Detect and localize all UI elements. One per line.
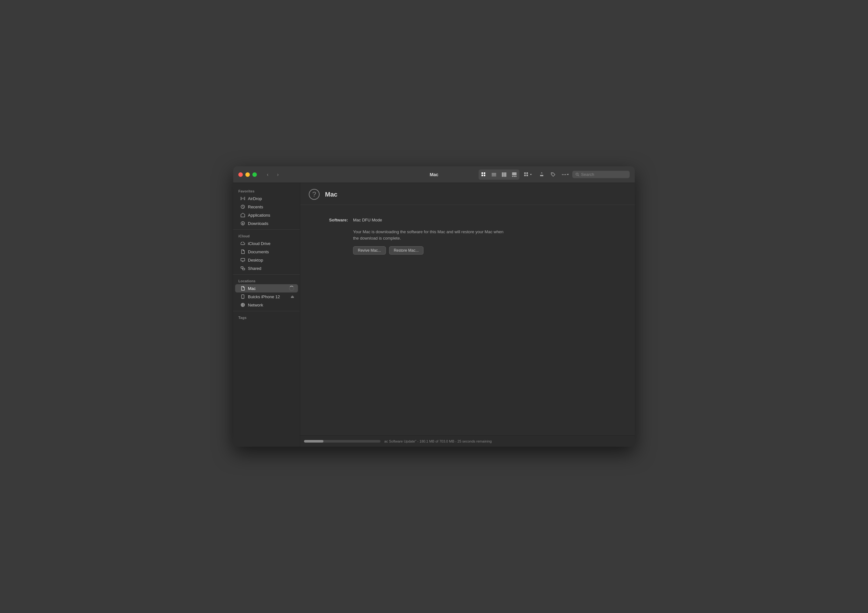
progress-container xyxy=(304,440,380,443)
view-columns-button[interactable] xyxy=(499,169,509,180)
svg-rect-12 xyxy=(514,176,515,177)
restore-button[interactable]: Restore Mac... xyxy=(389,246,423,255)
tag-button[interactable] xyxy=(548,169,558,180)
sidebar-item-icloud-drive[interactable]: iCloud Drive xyxy=(235,239,298,248)
eject-icon[interactable]: ⏏ xyxy=(291,294,294,299)
svg-rect-28 xyxy=(242,268,245,270)
mac-label: Mac xyxy=(248,286,256,291)
iphone-icon xyxy=(240,294,245,299)
svg-rect-17 xyxy=(526,175,528,176)
network-icon xyxy=(240,302,245,308)
svg-rect-7 xyxy=(502,172,503,177)
content-title: Mac xyxy=(325,191,338,198)
svg-rect-3 xyxy=(484,175,485,176)
iphone-label: Buicks iPhone 12 xyxy=(248,294,280,299)
bottom-bar: ac Software Update" - 180.1 MB of 703.0 … xyxy=(300,435,635,447)
view-icon-button[interactable] xyxy=(479,169,489,180)
finder-window: ‹ › Mac xyxy=(233,166,635,447)
svg-rect-16 xyxy=(524,175,526,176)
progress-bar xyxy=(304,440,324,443)
svg-point-21 xyxy=(565,174,566,175)
shared-label: Shared xyxy=(248,266,261,271)
view-list-button[interactable] xyxy=(489,169,499,180)
revive-button[interactable]: Revive Mac... xyxy=(353,246,386,255)
content-header: ? Mac xyxy=(300,183,635,205)
divider-3 xyxy=(233,311,300,311)
sidebar-item-iphone[interactable]: Buicks iPhone 12 ⏏ xyxy=(235,293,298,301)
svg-rect-15 xyxy=(526,172,528,174)
svg-rect-8 xyxy=(504,172,505,177)
window-title: Mac xyxy=(429,172,438,177)
sidebar-item-desktop[interactable]: Desktop xyxy=(235,256,298,264)
svg-point-22 xyxy=(576,173,578,175)
svg-point-20 xyxy=(564,174,565,175)
downloads-label: Downloads xyxy=(248,221,268,226)
main-content: Favorites AirDrop xyxy=(233,183,635,447)
sidebar-item-recents[interactable]: Recents xyxy=(235,203,298,211)
titlebar: ‹ › Mac xyxy=(233,166,635,183)
software-label: Software: xyxy=(319,218,348,222)
nav-buttons: ‹ › xyxy=(263,170,282,179)
icloud-drive-label: iCloud Drive xyxy=(248,241,271,246)
groupby-button[interactable] xyxy=(522,169,534,180)
svg-point-19 xyxy=(562,174,563,175)
icloud-drive-icon xyxy=(240,241,245,246)
content-area: ? Mac Software: Mac DFU Mode Software: Y… xyxy=(300,183,635,447)
svg-rect-6 xyxy=(492,176,496,176)
share-button[interactable] xyxy=(536,169,547,180)
svg-rect-5 xyxy=(492,174,496,175)
svg-rect-4 xyxy=(492,173,496,173)
close-button[interactable] xyxy=(238,172,243,177)
sidebar-item-network[interactable]: Network xyxy=(235,301,298,309)
search-input[interactable] xyxy=(581,172,626,177)
favorites-label: Favorites xyxy=(233,187,300,194)
svg-rect-2 xyxy=(482,175,483,176)
view-toggle-group xyxy=(479,169,519,180)
applications-label: Applications xyxy=(248,213,270,218)
svg-rect-26 xyxy=(241,259,245,261)
sidebar-item-documents[interactable]: Documents xyxy=(235,248,298,256)
desktop-icon xyxy=(240,257,245,263)
sidebar-item-downloads[interactable]: Downloads xyxy=(235,219,298,228)
software-value: Mac DFU Mode xyxy=(353,218,382,222)
forward-button[interactable]: › xyxy=(273,170,282,179)
svg-text:?: ? xyxy=(312,190,316,198)
sidebar: Favorites AirDrop xyxy=(233,183,300,447)
svg-point-23 xyxy=(242,198,243,199)
mac-sidebar-icon xyxy=(240,286,245,291)
mac-icon: ? xyxy=(308,188,321,201)
description-block: Your Mac is downloading the software for… xyxy=(353,229,506,255)
divider-2 xyxy=(233,274,300,275)
downloads-icon xyxy=(240,221,245,226)
more-button[interactable] xyxy=(560,169,571,180)
search-box[interactable] xyxy=(572,171,630,178)
svg-rect-10 xyxy=(512,172,516,175)
content-body: Software: Mac DFU Mode Software: Your Ma… xyxy=(300,205,635,435)
recents-icon xyxy=(240,204,245,209)
sidebar-item-airdrop[interactable]: AirDrop xyxy=(235,194,298,203)
sidebar-item-mac[interactable]: Mac xyxy=(235,284,298,293)
svg-rect-13 xyxy=(515,176,516,177)
sidebar-item-shared[interactable]: Shared xyxy=(235,264,298,272)
svg-rect-9 xyxy=(505,172,506,177)
view-gallery-button[interactable] xyxy=(509,169,519,180)
svg-point-30 xyxy=(242,298,243,298)
recents-label: Recents xyxy=(248,204,263,209)
icloud-label: iCloud xyxy=(233,232,300,239)
sidebar-item-applications[interactable]: Applications xyxy=(235,211,298,219)
minimize-button[interactable] xyxy=(245,172,250,177)
toolbar-actions xyxy=(479,169,630,180)
network-label: Network xyxy=(248,303,263,308)
desktop-label: Desktop xyxy=(248,258,263,263)
search-icon xyxy=(575,172,579,176)
description-row: Software: Your Mac is downloading the so… xyxy=(319,229,615,255)
svg-rect-0 xyxy=(482,172,483,174)
back-button[interactable]: ‹ xyxy=(263,170,272,179)
mac-spinner xyxy=(289,286,294,291)
airdrop-icon xyxy=(240,196,245,201)
software-row: Software: Mac DFU Mode xyxy=(319,218,615,222)
tags-label: Tags xyxy=(233,313,300,321)
applications-icon xyxy=(240,212,245,218)
documents-label: Documents xyxy=(248,249,269,254)
maximize-button[interactable] xyxy=(253,172,257,177)
